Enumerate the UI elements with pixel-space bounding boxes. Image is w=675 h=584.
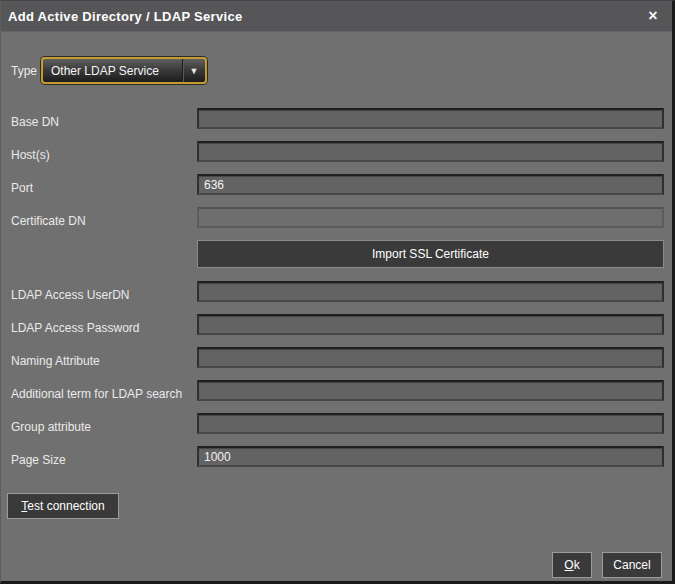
type-dropdown-value: Other LDAP Service bbox=[43, 64, 182, 78]
add-ldap-service-dialog: Add Active Directory / LDAP Service × Ty… bbox=[0, 0, 675, 584]
type-label: Type bbox=[11, 64, 37, 78]
test-connection-button[interactable]: Test connection bbox=[7, 493, 119, 519]
hosts-input[interactable] bbox=[197, 141, 664, 162]
ok-button[interactable]: Ok bbox=[552, 552, 592, 578]
close-icon[interactable]: × bbox=[642, 5, 664, 27]
ldap-access-password-input[interactable] bbox=[197, 314, 664, 335]
type-dropdown[interactable]: Other LDAP Service ▼ bbox=[41, 57, 207, 84]
additional-term-input[interactable] bbox=[197, 380, 664, 401]
page-size-label: Page Size bbox=[11, 453, 66, 467]
ok-mnemonic: O bbox=[564, 558, 573, 572]
naming-attribute-input[interactable] bbox=[197, 347, 664, 368]
base-dn-input[interactable] bbox=[197, 108, 664, 129]
import-ssl-certificate-label: Import SSL Certificate bbox=[372, 247, 489, 261]
import-ssl-certificate-button[interactable]: Import SSL Certificate bbox=[197, 240, 664, 268]
cancel-button[interactable]: Cancel bbox=[602, 552, 662, 578]
titlebar: Add Active Directory / LDAP Service × bbox=[1, 1, 672, 32]
certificate-dn-input bbox=[197, 207, 664, 228]
ok-label: k bbox=[574, 558, 580, 572]
naming-attribute-label: Naming Attribute bbox=[11, 354, 100, 368]
additional-term-label: Additional term for LDAP search bbox=[11, 387, 182, 401]
certificate-dn-label: Certificate DN bbox=[11, 214, 86, 228]
group-attribute-label: Group attribute bbox=[11, 420, 91, 434]
ldap-access-password-label: LDAP Access Password bbox=[11, 321, 140, 335]
base-dn-label: Base DN bbox=[11, 115, 59, 129]
chevron-down-icon[interactable]: ▼ bbox=[182, 59, 205, 82]
port-input[interactable] bbox=[197, 174, 664, 195]
ldap-access-userdn-label: LDAP Access UserDN bbox=[11, 288, 129, 302]
dialog-title: Add Active Directory / LDAP Service bbox=[1, 9, 242, 24]
ldap-access-userdn-input[interactable] bbox=[197, 281, 664, 302]
port-label: Port bbox=[11, 181, 33, 195]
page-size-input[interactable] bbox=[197, 446, 664, 467]
hosts-label: Host(s) bbox=[11, 148, 50, 162]
cancel-label: Cancel bbox=[613, 558, 650, 572]
test-connection-label: est connection bbox=[27, 499, 104, 513]
group-attribute-input[interactable] bbox=[197, 413, 664, 434]
